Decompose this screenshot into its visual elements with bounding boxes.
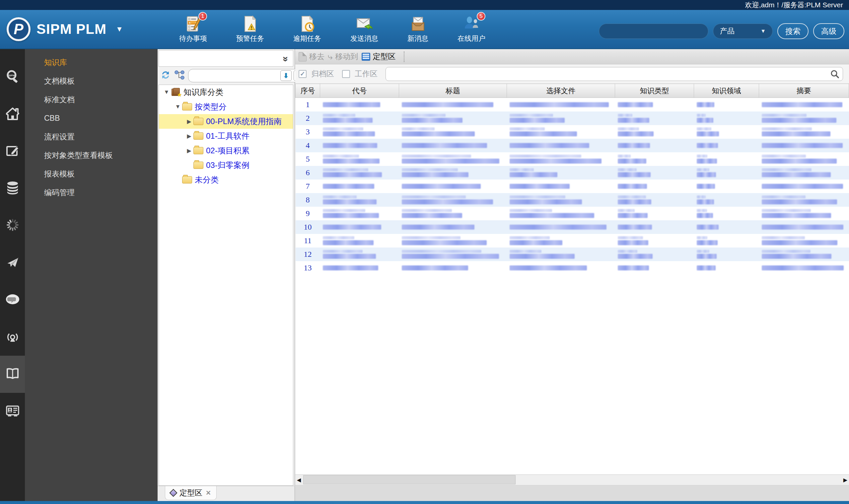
hierarchy-icon[interactable]: [174, 70, 185, 82]
sidebar-item[interactable]: 标准文档: [25, 90, 158, 109]
redacted-cell: [759, 98, 849, 111]
table-row[interactable]: 5: [295, 152, 849, 166]
horizontal-scrollbar[interactable]: ◀ ▶: [295, 474, 849, 485]
work-zone-checkbox[interactable]: [342, 70, 350, 78]
tree-node[interactable]: 未分类: [159, 173, 293, 187]
scrollbar-track[interactable]: [303, 475, 842, 485]
rail-item-edit[interactable]: [0, 133, 25, 170]
search-category-select[interactable]: 产品 ▼: [713, 23, 773, 39]
folder-icon: [194, 132, 203, 140]
sidebar-item[interactable]: CBB: [25, 109, 158, 127]
table-row[interactable]: 1: [295, 98, 849, 111]
expand-arrow-icon[interactable]: ▶: [185, 147, 194, 154]
scrollbar-thumb[interactable]: [303, 475, 516, 484]
tree-node[interactable]: ▶00-PLM系统使用指南: [159, 114, 293, 129]
tree-node[interactable]: ▼★知识库分类: [159, 85, 293, 100]
finalize-zone-tab[interactable]: 定型区 ✕: [165, 486, 217, 500]
double-chevron-down-icon[interactable]: »: [281, 56, 292, 61]
row-number: 1: [295, 98, 320, 111]
chevron-down-icon[interactable]: ▼: [116, 25, 123, 34]
sidebar-item[interactable]: 知识库: [25, 53, 158, 72]
table-row[interactable]: 11: [295, 234, 849, 248]
row-number: 7: [295, 180, 320, 193]
tree-node[interactable]: ▼按类型分: [159, 100, 293, 114]
expand-arrow-icon[interactable]: ▶: [185, 118, 194, 125]
table-row[interactable]: 2: [295, 111, 849, 125]
header-tool-3[interactable]: 逾期任务: [293, 15, 321, 43]
rail-item-database[interactable]: [0, 170, 25, 207]
redacted-cell: [694, 234, 759, 248]
table-row[interactable]: 10: [295, 220, 849, 234]
redacted-cell: [615, 261, 694, 275]
advanced-search-button[interactable]: 高级: [813, 23, 844, 39]
redacted-cell: [759, 234, 849, 248]
sidebar-item[interactable]: 编码管理: [25, 183, 158, 202]
redacted-cell: [399, 248, 507, 261]
column-header[interactable]: 摘要: [759, 84, 849, 98]
header-tool-1[interactable]: 1 待办事项: [179, 15, 207, 43]
row-number: 6: [295, 166, 320, 180]
rail-item-book[interactable]: [0, 356, 25, 393]
rail-item-home[interactable]: [0, 95, 25, 133]
redacted-cell: [694, 261, 759, 275]
remove-button[interactable]: 移去: [299, 51, 324, 62]
sidebar-item[interactable]: 报表模板: [25, 165, 158, 183]
redacted-cell: [507, 220, 615, 234]
content-toolbar: 移去 ⤷ 移动到 定型区: [295, 49, 849, 65]
redacted-cell: [399, 261, 507, 275]
table-search-input[interactable]: [389, 70, 830, 78]
expand-arrow-icon[interactable]: ▶: [185, 133, 194, 140]
rail-item-sipm-search[interactable]: SIPM: [0, 58, 25, 95]
scroll-right-arrow-icon[interactable]: ▶: [842, 477, 849, 483]
table-row[interactable]: 4: [295, 139, 849, 152]
expand-arrow-icon[interactable]: ▼: [162, 89, 171, 95]
sidebar-item[interactable]: 文档模板: [25, 72, 158, 90]
column-header[interactable]: 选择文件: [507, 84, 615, 98]
rail-item-paper-plane[interactable]: [0, 244, 25, 281]
finalize-zone-button[interactable]: 定型区: [362, 51, 396, 62]
sidebar-item[interactable]: 按对象类型查看模板: [25, 146, 158, 165]
column-header[interactable]: 序号: [295, 84, 320, 98]
table-row[interactable]: 6: [295, 166, 849, 180]
column-header[interactable]: 标题: [399, 84, 507, 98]
sidebar-item[interactable]: 流程设置: [25, 127, 158, 146]
archive-zone-checkbox[interactable]: ✓: [299, 70, 307, 78]
search-next-button[interactable]: ⬇: [281, 70, 292, 81]
rail-item-broadcast[interactable]: [0, 319, 25, 356]
tree-filter-collapsed-panel[interactable]: »: [159, 50, 293, 67]
rail-item-id-card[interactable]: [0, 393, 25, 430]
header-tool-5[interactable]: 新消息: [408, 15, 428, 43]
table-row[interactable]: 3: [295, 125, 849, 139]
header-tool-6[interactable]: 5 在线用户: [457, 15, 485, 43]
table-row[interactable]: 13: [295, 261, 849, 275]
tree-node[interactable]: ▶01-工具软件: [159, 129, 293, 143]
global-search-input[interactable]: [599, 23, 708, 39]
table-row[interactable]: 7: [295, 180, 849, 193]
tree-node[interactable]: ▶02-项目积累: [159, 143, 293, 158]
finalize-zone-label: 定型区: [373, 51, 396, 62]
table-row[interactable]: 8: [295, 193, 849, 207]
rail-item-chat[interactable]: [0, 281, 25, 319]
column-header[interactable]: 代号: [320, 84, 399, 98]
close-icon[interactable]: ✕: [206, 489, 211, 497]
table-row[interactable]: 9: [295, 207, 849, 220]
header-tool-2[interactable]: 预警任务: [236, 15, 264, 43]
search-icon[interactable]: [830, 69, 839, 79]
header-tool-4[interactable]: 发送消息: [350, 15, 378, 43]
redacted-cell: [507, 248, 615, 261]
svg-text:SIPM: SIPM: [8, 74, 15, 77]
column-header[interactable]: 知识领域: [694, 84, 759, 98]
brand[interactable]: P SIPM PLM ▼: [0, 17, 156, 41]
tree-node[interactable]: 03-归零案例: [159, 158, 293, 173]
redacted-cell: [759, 139, 849, 152]
move-to-button[interactable]: ⤷ 移动到: [328, 51, 358, 62]
expand-arrow-icon[interactable]: ▼: [174, 104, 182, 110]
column-header[interactable]: 知识类型: [615, 84, 694, 98]
remove-label: 移去: [309, 51, 324, 62]
table-row[interactable]: 12: [295, 248, 849, 261]
tree-search-input[interactable]: [191, 70, 278, 81]
rail-item-spinner[interactable]: [0, 207, 25, 244]
search-button[interactable]: 搜索: [777, 23, 809, 39]
scroll-left-arrow-icon[interactable]: ◀: [295, 477, 303, 483]
refresh-icon[interactable]: [160, 70, 171, 82]
